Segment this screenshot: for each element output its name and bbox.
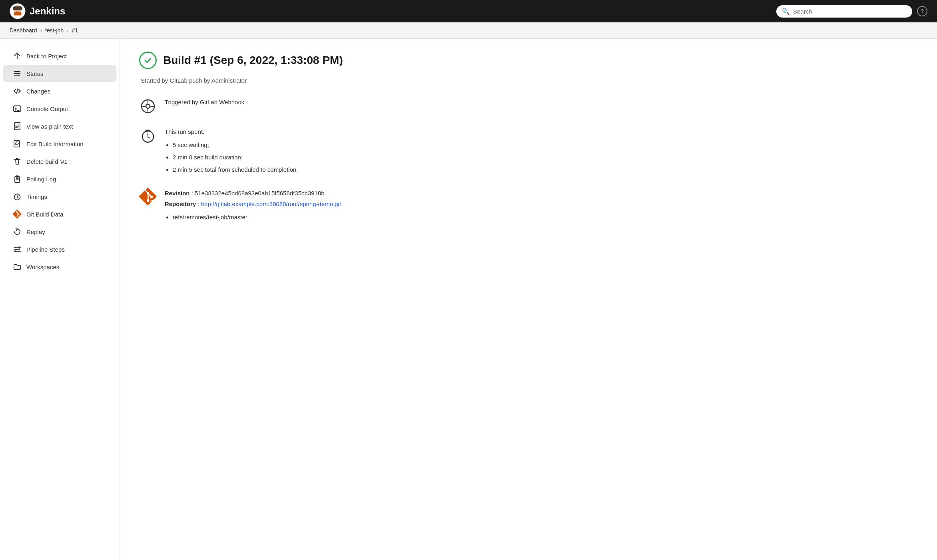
clipboard-icon xyxy=(13,175,22,183)
clock-icon xyxy=(13,192,22,201)
breadcrumb-test-job[interactable]: test-job xyxy=(45,27,64,34)
git-icon xyxy=(13,210,22,218)
svg-point-26 xyxy=(18,248,20,250)
sidebar-label-changes: Changes xyxy=(26,88,50,95)
svg-rect-7 xyxy=(14,73,20,74)
svg-rect-8 xyxy=(14,75,20,76)
git-info-content: Revision : 51e38332e45bd68a93e0ab15f5658… xyxy=(165,188,341,222)
sidebar-label-polling-log: Polling Log xyxy=(26,176,56,183)
sidebar-label-console-output: Console Output xyxy=(26,105,68,112)
arrow-up-icon xyxy=(13,52,22,60)
sidebar-item-replay[interactable]: Replay xyxy=(3,223,116,240)
sidebar-label-git-build-data: Git Build Data xyxy=(26,211,64,218)
sidebar-item-changes[interactable]: Changes xyxy=(3,83,116,99)
sidebar-item-view-as-plain-text[interactable]: View as plain text xyxy=(3,118,116,135)
svg-point-27 xyxy=(14,250,16,252)
trash-icon xyxy=(13,157,22,166)
sidebar-label-timings: Timings xyxy=(26,193,47,200)
git-logo-icon: git xyxy=(139,188,157,205)
sidebar-label-replay: Replay xyxy=(26,228,45,235)
git-section: git Revision : 51e38332e45bd68a93e0ab15f… xyxy=(139,188,918,222)
search-bar[interactable]: 🔍 xyxy=(776,5,912,18)
page-layout: Back to Project Status Changes xyxy=(0,39,937,560)
sidebar-label-delete-build: Delete build '#1' xyxy=(26,158,69,165)
steps-icon xyxy=(13,245,22,254)
breadcrumb-dashboard[interactable]: Dashboard xyxy=(10,27,37,34)
svg-text:git: git xyxy=(150,199,156,204)
timer-icon xyxy=(139,127,157,145)
help-icon[interactable]: ? xyxy=(917,6,927,16)
app-title: Jenkins xyxy=(30,6,65,17)
run-spent-item-2: 2 min 5 sec total from scheduled to comp… xyxy=(173,164,298,175)
sidebar-label-workspaces: Workspaces xyxy=(26,264,59,270)
jenkins-logo-icon xyxy=(10,3,26,19)
build-success-icon xyxy=(139,52,157,69)
refs-list: refs/remotes/test-job/master xyxy=(165,212,341,222)
sidebar-label-view-as-plain-text: View as plain text xyxy=(26,123,73,130)
main-content: Build #1 (Sep 6, 2022, 1:33:08 PM) Start… xyxy=(120,39,937,560)
repository-label: Repository xyxy=(165,201,196,207)
started-by-text: Started by GitLab push by Administrator xyxy=(139,77,918,84)
run-spent-content: This run spent: 5 sec waiting; 2 min 0 s… xyxy=(165,126,298,177)
breadcrumb-sep-1: › xyxy=(40,27,42,34)
search-icon: 🔍 xyxy=(782,8,790,15)
svg-line-9 xyxy=(16,89,18,93)
build-title-area: Build #1 (Sep 6, 2022, 1:33:08 PM) xyxy=(139,52,918,69)
revision-colon: : xyxy=(191,190,195,197)
sidebar-item-delete-build[interactable]: Delete build '#1' xyxy=(3,153,116,170)
code-icon xyxy=(13,87,22,95)
sidebar-item-back-to-project[interactable]: Back to Project xyxy=(3,48,116,64)
list-icon xyxy=(13,69,22,78)
sidebar-label-pipeline-steps: Pipeline Steps xyxy=(26,246,65,253)
sidebar-label-status: Status xyxy=(26,70,44,77)
run-spent-section: This run spent: 5 sec waiting; 2 min 0 s… xyxy=(139,126,918,177)
run-spent-list: 5 sec waiting; 2 min 0 sec build duratio… xyxy=(165,139,298,175)
sidebar-label-edit-build-information: Edit Build Information xyxy=(26,141,84,147)
sidebar-label-back-to-project: Back to Project xyxy=(26,53,67,60)
sidebar-item-edit-build-information[interactable]: Edit Build Information xyxy=(3,135,116,152)
triggered-content: Triggered by GitLab Webhook xyxy=(165,97,244,107)
terminal-icon xyxy=(13,104,22,113)
repository-url[interactable]: http://gitlab.example.com:30080/root/spr… xyxy=(201,201,341,207)
breadcrumb: Dashboard › test-job › #1 xyxy=(0,22,937,39)
document-icon xyxy=(13,122,22,131)
edit-icon xyxy=(13,139,22,148)
search-input[interactable] xyxy=(793,8,907,15)
sidebar-item-polling-log[interactable]: Polling Log xyxy=(3,171,116,187)
breadcrumb-current: #1 xyxy=(72,27,78,34)
sidebar-item-status[interactable]: Status xyxy=(3,65,116,82)
revision-line: Revision : 51e38332e45bd68a93e0ab15f5658… xyxy=(165,188,341,199)
sidebar-item-console-output[interactable]: Console Output xyxy=(3,100,116,117)
triggered-section: Triggered by GitLab Webhook xyxy=(139,97,918,115)
logo-area: Jenkins xyxy=(10,3,65,19)
folder-icon xyxy=(13,262,22,271)
run-spent-item-0: 5 sec waiting; xyxy=(173,139,298,150)
build-heading: Build #1 (Sep 6, 2022, 1:33:08 PM) xyxy=(163,54,343,67)
run-spent-item-1: 2 min 0 sec build duration; xyxy=(173,152,298,163)
repository-line: Repository : http://gitlab.example.com:3… xyxy=(165,199,341,209)
repository-colon: : xyxy=(198,201,201,207)
svg-rect-6 xyxy=(14,71,20,72)
header: Jenkins 🔍 ? xyxy=(0,0,937,22)
revision-value: 51e38332e45bd68a93e0ab15f5658df35cb3918b xyxy=(195,190,325,197)
webhook-icon xyxy=(139,97,157,115)
replay-icon xyxy=(13,227,22,236)
sidebar: Back to Project Status Changes xyxy=(0,39,120,560)
sidebar-item-timings[interactable]: Timings xyxy=(3,188,116,205)
svg-point-25 xyxy=(18,246,20,248)
refs-item-0: refs/remotes/test-job/master xyxy=(173,212,341,222)
sidebar-item-workspaces[interactable]: Workspaces xyxy=(3,258,116,275)
svg-rect-5 xyxy=(13,6,22,10)
svg-point-29 xyxy=(146,104,150,108)
sidebar-item-pipeline-steps[interactable]: Pipeline Steps xyxy=(3,241,116,258)
breadcrumb-sep-2: › xyxy=(67,27,69,34)
svg-rect-4 xyxy=(14,12,21,15)
revision-label: Revision xyxy=(165,190,190,197)
sidebar-item-git-build-data[interactable]: Git Build Data xyxy=(3,206,116,222)
